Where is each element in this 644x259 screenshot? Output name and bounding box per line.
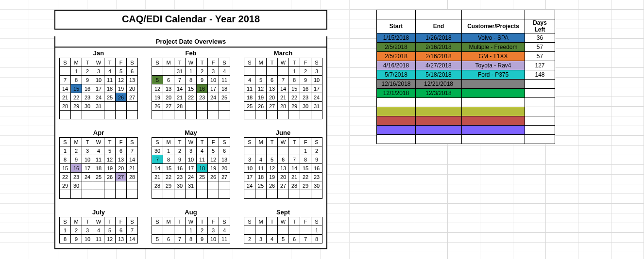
- day-cell[interactable]: 27: [278, 181, 289, 190]
- day-cell[interactable]: 3: [255, 235, 267, 243]
- day-cell[interactable]: 4: [244, 76, 255, 84]
- day-cell[interactable]: 2: [197, 67, 208, 76]
- day-cell[interactable]: 11: [197, 155, 208, 164]
- table-cell[interactable]: 148: [525, 70, 555, 80]
- day-cell[interactable]: [208, 102, 219, 111]
- day-cell[interactable]: 28: [278, 102, 289, 111]
- table-cell[interactable]: [416, 107, 462, 116]
- day-cell[interactable]: 29: [60, 181, 71, 190]
- table-cell[interactable]: [525, 89, 555, 98]
- day-cell[interactable]: [186, 190, 197, 199]
- day-cell[interactable]: 8: [311, 235, 322, 243]
- day-cell[interactable]: [60, 67, 71, 76]
- day-cell[interactable]: 25: [244, 102, 255, 111]
- day-cell[interactable]: [152, 190, 163, 199]
- table-cell[interactable]: [416, 98, 462, 107]
- day-cell[interactable]: 11: [93, 235, 104, 243]
- day-cell[interactable]: [278, 67, 289, 76]
- table-cell[interactable]: 57: [525, 52, 555, 61]
- day-cell[interactable]: 11: [93, 155, 104, 164]
- day-cell[interactable]: 13: [163, 84, 174, 93]
- day-cell[interactable]: 23: [311, 173, 322, 181]
- day-cell[interactable]: 8: [60, 235, 71, 243]
- day-cell[interactable]: 6: [163, 235, 174, 243]
- day-cell[interactable]: [82, 181, 93, 190]
- day-cell[interactable]: [186, 111, 197, 119]
- day-cell[interactable]: 26: [208, 173, 219, 181]
- day-cell[interactable]: 30: [152, 146, 163, 155]
- day-cell[interactable]: 11: [255, 164, 267, 173]
- day-cell[interactable]: 3: [82, 226, 93, 235]
- day-cell[interactable]: 20: [267, 93, 278, 102]
- day-cell[interactable]: 24: [82, 173, 93, 181]
- day-cell[interactable]: 28: [174, 102, 186, 111]
- day-cell[interactable]: 14: [60, 84, 71, 93]
- day-cell[interactable]: 17: [311, 84, 322, 93]
- day-cell[interactable]: 23: [300, 93, 311, 102]
- table-cell[interactable]: Ford - P375: [462, 70, 525, 80]
- day-cell[interactable]: 6: [116, 226, 127, 235]
- day-cell[interactable]: 4: [93, 146, 104, 155]
- day-cell[interactable]: [219, 102, 230, 111]
- day-cell[interactable]: 6: [267, 76, 278, 84]
- day-cell[interactable]: 3: [186, 146, 197, 155]
- day-cell[interactable]: 31: [174, 67, 186, 76]
- table-cell[interactable]: 57: [525, 43, 555, 52]
- day-cell[interactable]: 18: [244, 93, 255, 102]
- day-cell[interactable]: [197, 190, 208, 199]
- day-cell[interactable]: [163, 190, 174, 199]
- day-cell[interactable]: 9: [197, 235, 208, 243]
- day-cell[interactable]: 5: [104, 226, 116, 235]
- table-cell[interactable]: 4/27/2018: [416, 61, 462, 70]
- day-cell[interactable]: 31: [93, 102, 104, 111]
- day-cell[interactable]: 16: [71, 164, 82, 173]
- day-cell[interactable]: 10: [186, 155, 197, 164]
- day-cell[interactable]: 22: [289, 93, 300, 102]
- day-cell[interactable]: 24: [208, 93, 219, 102]
- day-cell[interactable]: [219, 111, 230, 119]
- day-cell[interactable]: 15: [163, 164, 174, 173]
- table-cell[interactable]: [462, 107, 525, 116]
- day-cell[interactable]: [104, 181, 116, 190]
- day-cell[interactable]: 15: [60, 164, 71, 173]
- day-cell[interactable]: [163, 226, 174, 235]
- day-cell[interactable]: 1: [300, 146, 311, 155]
- day-cell[interactable]: 24: [186, 173, 197, 181]
- day-cell[interactable]: 2: [311, 146, 322, 155]
- day-cell[interactable]: 17: [208, 84, 219, 93]
- day-cell[interactable]: 14: [152, 164, 163, 173]
- day-cell[interactable]: 22: [71, 93, 82, 102]
- day-cell[interactable]: [278, 226, 289, 235]
- day-cell[interactable]: 2: [300, 67, 311, 76]
- day-cell[interactable]: 8: [186, 76, 197, 84]
- day-cell[interactable]: 29: [163, 181, 174, 190]
- day-cell[interactable]: [267, 67, 278, 76]
- day-cell[interactable]: 12: [116, 76, 127, 84]
- day-cell[interactable]: 10: [208, 76, 219, 84]
- day-cell[interactable]: [255, 226, 267, 235]
- day-cell[interactable]: 8: [289, 76, 300, 84]
- day-cell[interactable]: [289, 146, 300, 155]
- table-cell[interactable]: Toyota - Rav4: [462, 61, 525, 70]
- day-cell[interactable]: 22: [186, 93, 197, 102]
- table-cell[interactable]: 5/7/2018: [377, 70, 416, 80]
- day-cell[interactable]: 1: [60, 226, 71, 235]
- day-cell[interactable]: 5: [267, 155, 278, 164]
- table-cell[interactable]: [462, 80, 525, 89]
- day-cell[interactable]: [244, 111, 255, 119]
- day-cell[interactable]: 26: [104, 173, 116, 181]
- day-cell[interactable]: 21: [278, 93, 289, 102]
- day-cell[interactable]: 18: [93, 164, 104, 173]
- table-cell[interactable]: 2/5/2018: [377, 43, 416, 52]
- day-cell[interactable]: 2: [174, 146, 186, 155]
- day-cell[interactable]: 22: [60, 173, 71, 181]
- day-cell[interactable]: [152, 226, 163, 235]
- day-cell[interactable]: 12: [267, 164, 278, 173]
- day-cell[interactable]: [93, 111, 104, 119]
- day-cell[interactable]: 7: [300, 235, 311, 243]
- day-cell[interactable]: 4: [93, 226, 104, 235]
- day-cell[interactable]: [244, 226, 255, 235]
- day-cell[interactable]: [208, 181, 219, 190]
- day-cell[interactable]: 8: [163, 155, 174, 164]
- day-cell[interactable]: [116, 111, 127, 119]
